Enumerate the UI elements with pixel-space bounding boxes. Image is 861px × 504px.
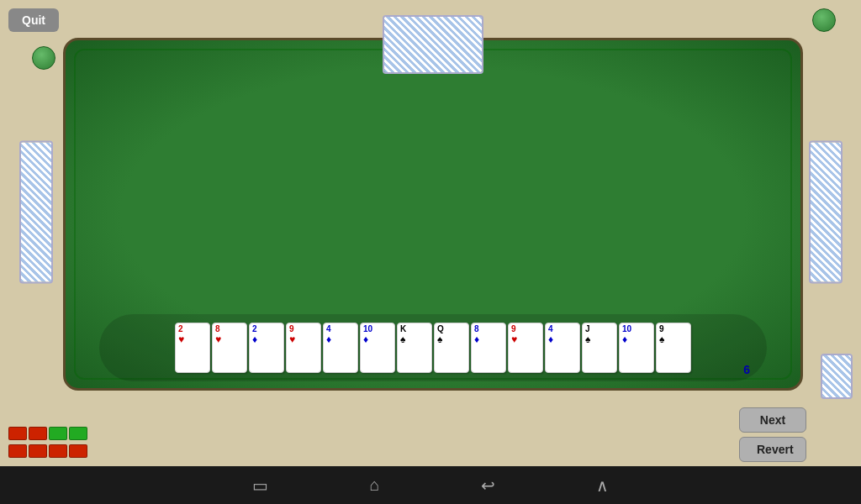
seg bbox=[69, 444, 87, 458]
seg bbox=[29, 444, 47, 458]
felt-table: 2 ♥ 8 ♥ 2 ♦ 9 ♥ 4 ♦ 10 ♦ K ♠ Q ♠ 8 ♦ 9 ♥… bbox=[63, 38, 803, 391]
seg bbox=[29, 427, 47, 440]
playing-card[interactable]: 10 ♦ bbox=[360, 323, 395, 373]
action-buttons: Next Revert bbox=[739, 407, 806, 462]
playing-card[interactable]: 9 ♠ bbox=[656, 323, 691, 373]
back-icon[interactable]: ↩ bbox=[481, 475, 495, 496]
indicator-top-right bbox=[812, 8, 836, 32]
indicator-top-left bbox=[32, 46, 55, 70]
single-card-right[interactable] bbox=[821, 354, 853, 399]
playing-card[interactable]: Q ♠ bbox=[434, 323, 469, 373]
score-area bbox=[8, 427, 87, 458]
score-bar-1 bbox=[8, 427, 87, 440]
playing-card[interactable]: 9 ♥ bbox=[286, 323, 321, 373]
next-button[interactable]: Next bbox=[739, 407, 806, 433]
playing-card[interactable]: 9 ♥ bbox=[508, 323, 543, 373]
score-bar-2 bbox=[8, 444, 87, 458]
game-board: Quit 2 ♥ 8 bbox=[0, 0, 861, 466]
recent-apps-icon[interactable]: ▭ bbox=[252, 475, 268, 496]
seg bbox=[69, 427, 87, 440]
playing-card[interactable]: 4 ♦ bbox=[323, 323, 358, 373]
score-display: 6 bbox=[743, 363, 750, 376]
playing-card[interactable]: 2 ♦ bbox=[249, 323, 284, 373]
playing-card[interactable]: K ♠ bbox=[397, 323, 432, 373]
playing-card[interactable]: 8 ♥ bbox=[212, 323, 247, 373]
playing-card[interactable]: 2 ♥ bbox=[175, 323, 210, 373]
left-deck[interactable] bbox=[19, 141, 57, 288]
seg bbox=[49, 427, 67, 440]
playing-card[interactable]: 8 ♦ bbox=[471, 323, 506, 373]
top-deck[interactable] bbox=[383, 15, 483, 74]
seg bbox=[8, 427, 27, 440]
android-nav-bar: ▭ ⌂ ↩ ∧ bbox=[0, 466, 861, 504]
quit-button[interactable]: Quit bbox=[8, 8, 59, 32]
playing-card[interactable]: J ♠ bbox=[582, 323, 617, 373]
home-icon[interactable]: ⌂ bbox=[369, 475, 379, 495]
seg bbox=[49, 444, 67, 458]
card-tray: 2 ♥ 8 ♥ 2 ♦ 9 ♥ 4 ♦ 10 ♦ K ♠ Q ♠ 8 ♦ 9 ♥… bbox=[99, 314, 767, 381]
revert-button[interactable]: Revert bbox=[739, 437, 806, 462]
right-deck[interactable] bbox=[809, 141, 847, 288]
playing-card[interactable]: 4 ♦ bbox=[545, 323, 580, 373]
menu-icon[interactable]: ∧ bbox=[596, 475, 609, 496]
seg bbox=[8, 444, 27, 458]
playing-card[interactable]: 10 ♦ bbox=[619, 323, 654, 373]
